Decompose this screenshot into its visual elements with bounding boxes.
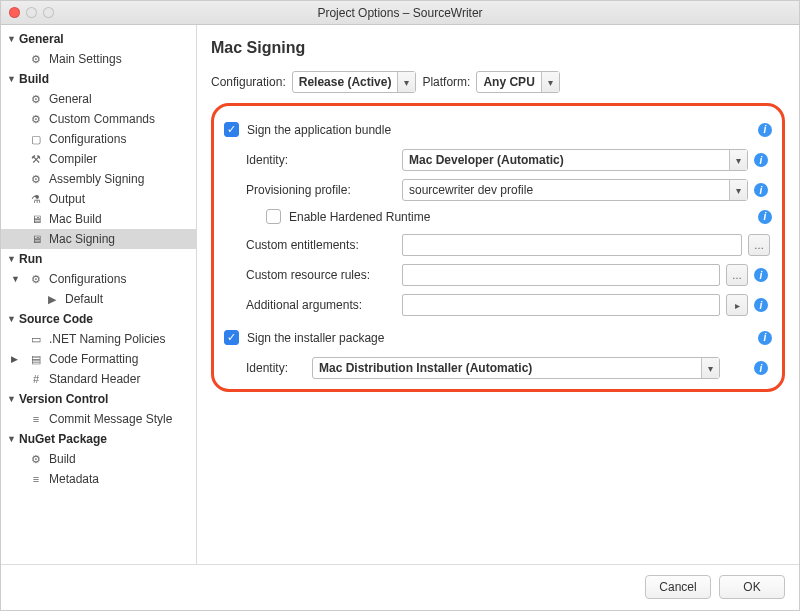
- chevron-down-icon: ▾: [701, 358, 719, 378]
- text-icon: ≡: [29, 412, 43, 426]
- close-icon[interactable]: [9, 7, 20, 18]
- info-icon[interactable]: i: [754, 183, 768, 197]
- minimize-icon: [26, 7, 37, 18]
- resource-rules-input[interactable]: [402, 264, 720, 286]
- info-icon[interactable]: i: [754, 361, 768, 375]
- window-title: Project Options – SourceWriter: [1, 6, 799, 20]
- sidebar-cat-label: Source Code: [19, 312, 93, 326]
- dropdown-value: Mac Developer (Automatic): [403, 153, 729, 167]
- ok-button[interactable]: OK: [719, 575, 785, 599]
- sidebar-item-assembly-signing[interactable]: ⚙ Assembly Signing: [1, 169, 196, 189]
- sidebar-cat-source-code[interactable]: ▼ Source Code: [1, 309, 196, 329]
- dropdown-value: sourcewriter dev profile: [403, 183, 729, 197]
- gear-icon: ⚙: [29, 112, 43, 126]
- sign-app-label: Sign the application bundle: [247, 123, 391, 137]
- sidebar-cat-nuget[interactable]: ▼ NuGet Package: [1, 429, 196, 449]
- sidebar-cat-general[interactable]: ▼ General: [1, 29, 196, 49]
- sidebar-item-label: General: [49, 92, 92, 106]
- dropdown-value: Any CPU: [477, 75, 540, 89]
- entitlements-input[interactable]: [402, 234, 742, 256]
- highlight-annotation: ✓ Sign the application bundle i Identity…: [211, 103, 785, 392]
- sidebar-item-nuget-metadata[interactable]: ≡ Metadata: [1, 469, 196, 489]
- flask-icon: ⚗: [29, 192, 43, 206]
- sidebar-item-label: Configurations: [49, 132, 126, 146]
- sidebar-item-label: Mac Build: [49, 212, 102, 226]
- cancel-button[interactable]: Cancel: [645, 575, 711, 599]
- page-icon: ▤: [29, 352, 43, 366]
- configuration-label: Configuration:: [211, 75, 286, 89]
- hardened-runtime-row: Enable Hardened Runtime i: [224, 209, 772, 224]
- identity-dropdown[interactable]: Mac Developer (Automatic) ▾: [402, 149, 748, 171]
- identity-row: Identity: Mac Developer (Automatic) ▾ i: [224, 149, 772, 171]
- sign-app-checkbox[interactable]: ✓: [224, 122, 239, 137]
- sidebar-item-code-formatting[interactable]: ▶ ▤ Code Formatting: [1, 349, 196, 369]
- sidebar-item-nuget-build[interactable]: ⚙ Build: [1, 449, 196, 469]
- sign-installer-label: Sign the installer package: [247, 331, 384, 345]
- chevron-down-icon: ▼: [7, 74, 15, 84]
- sidebar-cat-label: Build: [19, 72, 49, 86]
- sidebar-item-mac-build[interactable]: 🖥 Mac Build: [1, 209, 196, 229]
- config-platform-row: Configuration: Release (Active) ▾ Platfo…: [211, 71, 785, 93]
- sidebar-item-commit-message-style[interactable]: ≡ Commit Message Style: [1, 409, 196, 429]
- sidebar-item-label: Custom Commands: [49, 112, 155, 126]
- platform-dropdown[interactable]: Any CPU ▾: [476, 71, 559, 93]
- dialog-footer: Cancel OK: [1, 565, 799, 609]
- sidebar-item-output[interactable]: ⚗ Output: [1, 189, 196, 209]
- info-icon[interactable]: i: [758, 210, 772, 224]
- identity-label: Identity:: [246, 153, 396, 167]
- hardened-runtime-checkbox[interactable]: [266, 209, 281, 224]
- sidebar-item-naming-policies[interactable]: ▭ .NET Naming Policies: [1, 329, 196, 349]
- chevron-down-icon: ▾: [541, 72, 559, 92]
- sidebar-item-label: Main Settings: [49, 52, 122, 66]
- info-icon[interactable]: i: [758, 331, 772, 345]
- sidebar-item-run-default[interactable]: ▶ Default: [1, 289, 196, 309]
- browse-button[interactable]: …: [748, 234, 770, 256]
- browse-button[interactable]: …: [726, 264, 748, 286]
- info-icon[interactable]: i: [754, 298, 768, 312]
- info-icon[interactable]: i: [754, 153, 768, 167]
- sidebar-item-compiler[interactable]: ⚒ Compiler: [1, 149, 196, 169]
- sidebar-item-main-settings[interactable]: ⚙ Main Settings: [1, 49, 196, 69]
- chevron-down-icon: ▼: [7, 434, 15, 444]
- hash-icon: #: [29, 372, 43, 386]
- additional-args-row: Additional arguments: ▸ i: [224, 294, 772, 316]
- sidebar-cat-label: NuGet Package: [19, 432, 107, 446]
- sidebar-item-build-general[interactable]: ⚙ General: [1, 89, 196, 109]
- tag-icon: ▭: [29, 332, 43, 346]
- provisioning-dropdown[interactable]: sourcewriter dev profile ▾: [402, 179, 748, 201]
- sidebar-cat-version-control[interactable]: ▼ Version Control: [1, 389, 196, 409]
- sidebar-cat-run[interactable]: ▼ Run: [1, 249, 196, 269]
- sign-installer-checkbox[interactable]: ✓: [224, 330, 239, 345]
- sidebar-item-configurations[interactable]: ▢ Configurations: [1, 129, 196, 149]
- chevron-down-icon: ▾: [397, 72, 415, 92]
- info-icon[interactable]: i: [758, 123, 772, 137]
- expand-button[interactable]: ▸: [726, 294, 748, 316]
- configuration-dropdown[interactable]: Release (Active) ▾: [292, 71, 417, 93]
- gear-icon: ⚙: [29, 52, 43, 66]
- chevron-down-icon: ▼: [7, 254, 15, 264]
- sidebar-item-standard-header[interactable]: # Standard Header: [1, 369, 196, 389]
- sidebar-item-label: Code Formatting: [49, 352, 138, 366]
- sidebar-item-mac-signing[interactable]: 🖥 Mac Signing: [1, 229, 196, 249]
- gear-icon: ⚙: [29, 92, 43, 106]
- platform-label: Platform:: [422, 75, 470, 89]
- sidebar-item-label: Standard Header: [49, 372, 140, 386]
- installer-identity-dropdown[interactable]: Mac Distribution Installer (Automatic) ▾: [312, 357, 720, 379]
- sidebar-item-custom-commands[interactable]: ⚙ Custom Commands: [1, 109, 196, 129]
- chevron-down-icon: ▼: [7, 314, 15, 324]
- sidebar-cat-build[interactable]: ▼ Build: [1, 69, 196, 89]
- chevron-right-icon: ▶: [11, 354, 19, 364]
- sidebar-item-label: Default: [65, 292, 103, 306]
- zoom-icon: [43, 7, 54, 18]
- sidebar-item-run-configurations[interactable]: ▼ ⚙ Configurations: [1, 269, 196, 289]
- content-pane: Mac Signing Configuration: Release (Acti…: [197, 25, 799, 564]
- gear-icon: ⚙: [29, 272, 43, 286]
- info-icon[interactable]: i: [754, 268, 768, 282]
- sidebar-cat-label: General: [19, 32, 64, 46]
- sidebar-item-label: Metadata: [49, 472, 99, 486]
- sidebar-item-label: Commit Message Style: [49, 412, 172, 426]
- chevron-down-icon: ▼: [11, 274, 19, 284]
- additional-args-input[interactable]: [402, 294, 720, 316]
- dropdown-value: Release (Active): [293, 75, 398, 89]
- gear-icon: ⚙: [29, 172, 43, 186]
